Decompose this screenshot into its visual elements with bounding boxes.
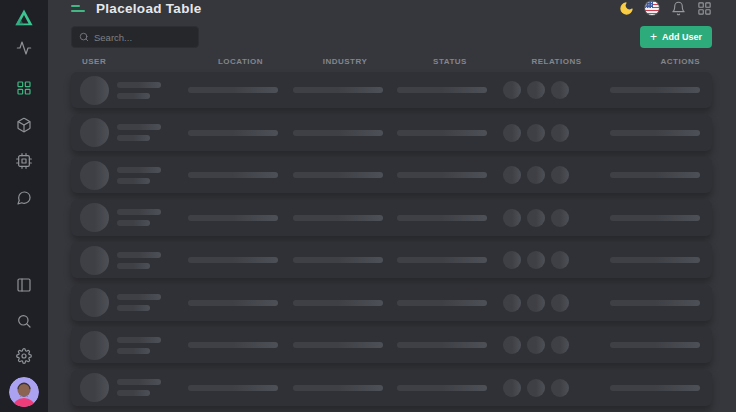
text-placeholder: [117, 124, 161, 130]
cell-actions: [610, 257, 700, 263]
cell-relations: [503, 379, 610, 397]
text-placeholder: [117, 209, 161, 215]
text-placeholder: [188, 130, 278, 136]
bell-icon: [671, 1, 686, 16]
cell-user: [80, 288, 188, 317]
cell-relations: [503, 124, 610, 142]
cell-location: [188, 87, 293, 93]
text-placeholder: [610, 257, 700, 263]
relation-placeholder: [551, 81, 569, 99]
relation-placeholder: [503, 336, 521, 354]
sidebar-item-dashboards[interactable]: [8, 72, 40, 104]
cell-status: [397, 172, 503, 178]
text-placeholder: [293, 172, 383, 178]
text-placeholder: [293, 385, 383, 391]
cell-actions: [610, 130, 700, 136]
sidebar-item-panels[interactable]: [8, 269, 40, 301]
sidebar: [0, 0, 48, 412]
cell-status: [397, 87, 503, 93]
sidebar-profile-avatar[interactable]: [9, 377, 39, 407]
table-toolbar: + Add User: [71, 26, 712, 48]
cell-user: [80, 373, 188, 402]
relation-placeholder: [551, 209, 569, 227]
cell-user: [80, 203, 188, 232]
user-text-placeholders: [117, 209, 161, 226]
text-placeholder: [117, 337, 161, 343]
user-text-placeholders: [117, 294, 161, 311]
search-box[interactable]: [71, 26, 199, 48]
add-user-button[interactable]: + Add User: [640, 26, 712, 48]
cell-industry: [293, 300, 397, 306]
relation-placeholder: [527, 251, 545, 269]
language-flag-button[interactable]: [644, 0, 660, 16]
text-placeholder: [610, 215, 700, 221]
avatar-placeholder: [80, 118, 109, 147]
cell-relations: [503, 81, 610, 99]
text-placeholder: [117, 305, 150, 311]
sidebar-item-settings[interactable]: [8, 340, 40, 372]
text-placeholder: [293, 87, 383, 93]
panels-icon: [16, 277, 32, 293]
text-placeholder: [117, 135, 150, 141]
cell-status: [397, 300, 503, 306]
column-header-location: LOCATION: [188, 57, 293, 66]
app-logo[interactable]: [8, 2, 40, 34]
sidebar-item-messages[interactable]: [8, 182, 40, 214]
column-header-status: STATUS: [397, 57, 503, 66]
text-placeholder: [188, 87, 278, 93]
sidebar-item-elements[interactable]: [8, 145, 40, 177]
relation-placeholder: [527, 166, 545, 184]
text-placeholder: [397, 342, 487, 348]
cpu-icon: [16, 153, 32, 169]
avatar-placeholder: [80, 246, 109, 275]
table-row-placeholder: [71, 72, 712, 108]
table-row-placeholder: [71, 242, 712, 278]
cell-location: [188, 215, 293, 221]
user-avatar: [9, 377, 39, 407]
relation-placeholder: [503, 81, 521, 99]
sidebar-item-activity[interactable]: [8, 32, 40, 64]
text-placeholder: [188, 257, 278, 263]
cell-actions: [610, 342, 700, 348]
cell-status: [397, 385, 503, 391]
logo-triangle-icon: [13, 7, 35, 29]
chat-bubble-icon: [16, 190, 32, 206]
text-placeholder: [117, 252, 161, 258]
user-text-placeholders: [117, 82, 161, 99]
user-text-placeholders: [117, 124, 161, 141]
avatar-placeholder: [80, 203, 109, 232]
table-row-placeholder: [71, 157, 712, 193]
main-content: Placeload Table: [48, 0, 736, 412]
text-placeholder: [188, 172, 278, 178]
cell-industry: [293, 215, 397, 221]
search-icon: [16, 313, 32, 329]
text-placeholder: [117, 178, 150, 184]
cell-industry: [293, 87, 397, 93]
avatar-placeholder: [80, 331, 109, 360]
text-placeholder: [117, 294, 161, 300]
text-placeholder: [117, 93, 150, 99]
menu-toggle-button[interactable]: [71, 1, 87, 15]
text-placeholder: [397, 300, 487, 306]
text-placeholder: [188, 300, 278, 306]
cell-relations: [503, 294, 610, 312]
cell-user: [80, 161, 188, 190]
text-placeholder: [188, 385, 278, 391]
table-row-placeholder: [71, 327, 712, 363]
text-placeholder: [293, 342, 383, 348]
sidebar-item-search[interactable]: [8, 305, 40, 337]
table-row-placeholder: [71, 200, 712, 236]
cell-actions: [610, 215, 700, 221]
cell-actions: [610, 385, 700, 391]
theme-toggle-button[interactable]: [618, 0, 634, 16]
cell-status: [397, 130, 503, 136]
grid-dashboard-icon: [16, 80, 32, 96]
text-placeholder: [397, 130, 487, 136]
search-input[interactable]: [94, 32, 191, 43]
relation-placeholder: [503, 209, 521, 227]
relation-placeholder: [503, 294, 521, 312]
notifications-button[interactable]: [670, 0, 686, 16]
sidebar-item-components[interactable]: [8, 109, 40, 141]
table-row-placeholder: [71, 285, 712, 321]
apps-button[interactable]: [696, 0, 712, 16]
